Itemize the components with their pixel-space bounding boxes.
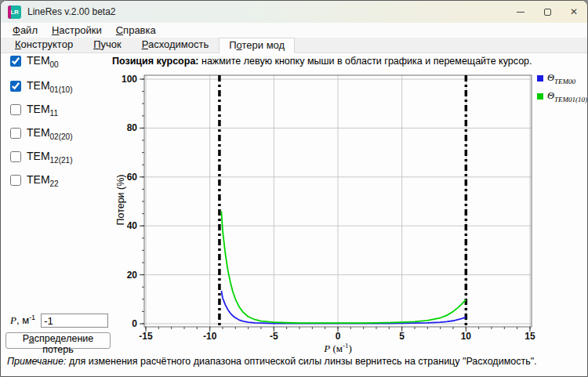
- tab-mode-losses[interactable]: Потери мод: [219, 38, 295, 53]
- legend-entry-tem01-10: ΘTEM01(10): [537, 90, 587, 103]
- mode-row-tem01[interactable]: TEM01(10): [10, 79, 72, 94]
- svg-text:10: 10: [461, 331, 472, 342]
- mode-row-tem02[interactable]: TEM02(20): [10, 126, 72, 141]
- svg-text:0: 0: [132, 318, 137, 329]
- close-button[interactable]: ✕: [561, 1, 587, 23]
- loss-distribution-button[interactable]: Распределение потерь: [5, 332, 111, 349]
- maximize-icon: [544, 9, 551, 16]
- svg-text:80: 80: [127, 122, 138, 133]
- legend-swatch-tem01-10: [537, 93, 543, 100]
- minimize-icon: [517, 12, 524, 13]
- y-axis-label: Потери (%): [115, 137, 128, 263]
- legend-entry-tem00: ΘTEM00: [537, 72, 587, 85]
- window-title: LineRes v.2.00 beta2: [27, 6, 116, 17]
- checkbox-tem11[interactable]: [10, 104, 21, 115]
- tab-constructor[interactable]: Конструктор: [5, 37, 83, 53]
- menu-settings[interactable]: Настройки: [45, 24, 109, 38]
- mode-row-tem00[interactable]: TEM00: [10, 54, 59, 69]
- svg-text:-15: -15: [139, 331, 153, 342]
- svg-text:5: 5: [399, 331, 405, 342]
- chart-legend: ΘTEM00 ΘTEM01(10): [537, 72, 587, 107]
- title-bar: LR LineRes v.2.00 beta2 ✕: [1, 1, 587, 23]
- close-icon: ✕: [570, 7, 578, 16]
- svg-text:-10: -10: [203, 331, 217, 342]
- svg-text:-5: -5: [270, 331, 278, 342]
- p-value-input[interactable]: [41, 314, 108, 328]
- tab-bar: Конструктор Пучок Расходимость Потери мо…: [1, 38, 587, 53]
- mode-row-tem11[interactable]: TEM11: [10, 103, 58, 118]
- app-icon-text: LR: [10, 9, 19, 16]
- checkbox-tem01-10[interactable]: [10, 81, 21, 92]
- svg-text:60: 60: [127, 172, 138, 183]
- window-controls: ✕: [507, 1, 587, 23]
- legend-swatch-tem00: [537, 75, 543, 82]
- checkbox-tem12-21[interactable]: [10, 151, 21, 162]
- checkbox-tem22[interactable]: [10, 175, 21, 186]
- checkbox-tem00[interactable]: [10, 56, 21, 67]
- tab-beam[interactable]: Пучок: [83, 37, 132, 53]
- checkbox-tem02-20[interactable]: [10, 128, 21, 139]
- menu-file[interactable]: Файл: [5, 24, 45, 38]
- mode-sidebar: TEM00 TEM01(10) TEM11 TEM02(20) TEM12(21…: [1, 53, 111, 377]
- p-value-label: P, м-1: [10, 314, 35, 327]
- minimize-button[interactable]: [507, 1, 534, 23]
- content-area: TEM00 TEM01(10) TEM11 TEM02(20) TEM12(21…: [1, 53, 587, 377]
- app-window: LR LineRes v.2.00 beta2 ✕ Файл Настройки…: [0, 0, 588, 377]
- mode-row-tem22[interactable]: TEM22: [10, 173, 59, 188]
- loss-chart[interactable]: -15-10-5051015020406080100 Потери (%) P …: [111, 53, 588, 358]
- p-value-row: P, м-1: [10, 314, 108, 328]
- mode-row-tem12[interactable]: TEM12(21): [10, 150, 72, 165]
- loss-plot-svg[interactable]: -15-10-5051015020406080100: [111, 53, 588, 358]
- menu-help[interactable]: Справка: [109, 24, 163, 38]
- svg-text:0: 0: [336, 331, 341, 342]
- svg-text:20: 20: [127, 270, 138, 281]
- tab-divergence[interactable]: Расходимость: [132, 37, 220, 53]
- menu-bar: Файл Настройки Справка: [1, 23, 587, 38]
- svg-text:40: 40: [127, 220, 138, 231]
- maximize-button[interactable]: [534, 1, 561, 23]
- footnote: Примечание: для изменения расчётного диа…: [7, 356, 537, 367]
- svg-text:100: 100: [122, 74, 137, 85]
- x-axis-label: P (м-1): [291, 342, 385, 355]
- app-icon: LR: [8, 5, 21, 19]
- svg-text:15: 15: [524, 331, 535, 342]
